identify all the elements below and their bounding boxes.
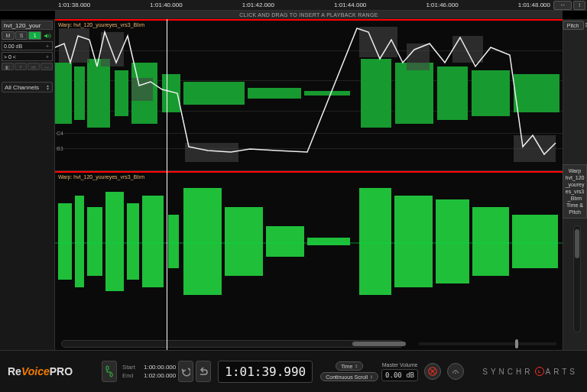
svg-rect-11 bbox=[437, 66, 468, 120]
svg-rect-36 bbox=[472, 207, 509, 276]
pitch-stepper[interactable]: ▲▼ bbox=[585, 21, 587, 28]
svg-rect-1 bbox=[74, 66, 85, 120]
svg-rect-6 bbox=[183, 82, 245, 105]
pitch-lane[interactable]: Warp: hvt_120_youreyes_vrs3_Bbm C4 B3 bbox=[55, 19, 563, 171]
process-clip: hvt_120_youreyes_vrs3_Bbm bbox=[565, 174, 585, 202]
svg-rect-22 bbox=[58, 203, 72, 280]
svg-rect-23 bbox=[75, 196, 84, 287]
record-arm-button[interactable]: 1 bbox=[28, 31, 41, 40]
zoom-slider[interactable] bbox=[419, 342, 556, 345]
svg-rect-7 bbox=[248, 88, 301, 99]
speaker-icon[interactable] bbox=[42, 31, 53, 40]
company-logo: SYNCHRARTS bbox=[482, 367, 578, 376]
playback-range-hint[interactable]: CLICK AND DRAG TO INSERT A PLAYBACK RANG… bbox=[55, 11, 563, 19]
pan-field[interactable]: > 0 <+ bbox=[2, 52, 53, 61]
svg-rect-37 bbox=[512, 215, 558, 268]
svg-rect-30 bbox=[225, 207, 263, 276]
pitch-mode-button[interactable]: Pitch bbox=[563, 21, 584, 30]
channel-selector[interactable]: All Channels ▲▼ bbox=[2, 82, 53, 92]
clip-label: Warp: hvt_120_youreyes_vrs3_Bbm bbox=[58, 22, 144, 28]
link-vertical-button[interactable]: ↕ bbox=[573, 1, 585, 10]
mute-button[interactable]: M bbox=[2, 31, 15, 40]
timeline-ruler[interactable]: 1:01:38.000 1:01:40.000 1:01:42.000 1:01… bbox=[55, 2, 553, 8]
svg-rect-32 bbox=[307, 238, 350, 245]
playback-range-label: CLICK AND DRAG TO INSERT A PLAYBACK RANG… bbox=[239, 12, 378, 18]
svg-rect-2 bbox=[87, 59, 110, 128]
link-horizontal-button[interactable]: ↔ bbox=[553, 1, 572, 10]
timecode-tick: 1:01:38.000 bbox=[58, 2, 90, 8]
waveform-lane[interactable]: Warp: hvt_120_youreyes_vrs3_Bbm bbox=[55, 171, 563, 317]
loop-range-button[interactable] bbox=[102, 361, 117, 382]
svg-rect-15 bbox=[101, 32, 124, 66]
gain-field[interactable]: 0.00 dB+ bbox=[2, 41, 53, 50]
horizontal-scrollbar[interactable] bbox=[61, 340, 404, 348]
svg-rect-28 bbox=[168, 215, 179, 268]
vertical-scrollbar[interactable] bbox=[573, 225, 581, 332]
pitch-waveform bbox=[55, 21, 563, 170]
time-mode-selector[interactable]: Time▲▼ bbox=[336, 361, 363, 371]
svg-rect-40 bbox=[110, 373, 112, 377]
horizontal-scroll-row bbox=[61, 340, 556, 348]
track-header: hvt_120_your M S 1 0.00 dB+ > 0 <+ ◧ ♪ ▭… bbox=[0, 19, 55, 350]
app-logo: ReVoicePRO bbox=[0, 365, 96, 377]
master-volume-display[interactable]: 0.00 dB bbox=[381, 369, 418, 381]
clip-label: Warp: hvt_120_youreyes_vrs3_Bbm bbox=[58, 174, 144, 180]
svg-rect-39 bbox=[106, 366, 109, 370]
track-tool-c[interactable]: ▭ bbox=[28, 63, 40, 70]
svg-rect-27 bbox=[142, 196, 164, 287]
timecode-tick: 1:01:46.000 bbox=[426, 2, 458, 8]
svg-rect-33 bbox=[359, 188, 391, 295]
horizontal-scroll-thumb[interactable] bbox=[352, 342, 406, 346]
timecode-tick: 1:01:48.000 bbox=[518, 2, 550, 8]
svg-rect-9 bbox=[361, 59, 391, 128]
svg-rect-13 bbox=[514, 74, 559, 112]
audio-waveform bbox=[55, 173, 563, 314]
track-tool-d[interactable]: ⋯ bbox=[41, 63, 53, 70]
svg-rect-26 bbox=[127, 203, 139, 280]
svg-rect-20 bbox=[452, 36, 483, 63]
right-rail: Pitch ▲▼ Warp hvt_120_youreyes_vrs3_Bbm … bbox=[563, 19, 587, 350]
playhead[interactable] bbox=[167, 19, 167, 350]
monitor-button[interactable] bbox=[424, 363, 441, 380]
svg-rect-10 bbox=[395, 63, 433, 124]
undo-button[interactable] bbox=[178, 361, 193, 382]
pan-value: > 0 < bbox=[4, 54, 16, 60]
track-tool-b[interactable]: ♪ bbox=[15, 63, 27, 70]
timeline-ruler-row: 1:01:38.000 1:01:40.000 1:01:42.000 1:01… bbox=[0, 0, 587, 11]
zoom-thumb[interactable] bbox=[515, 339, 518, 348]
timecode-tick: 1:01:42.000 bbox=[242, 2, 274, 8]
timecode-tick: 1:01:44.000 bbox=[334, 2, 366, 8]
track-tool-a[interactable]: ◧ bbox=[2, 63, 14, 70]
channel-selector-label: All Channels bbox=[5, 84, 39, 91]
svg-rect-12 bbox=[472, 70, 510, 116]
range-times: Start1:00:00.000 End1:02:00.000 bbox=[122, 363, 176, 380]
process-module: Time & Pitch bbox=[565, 202, 585, 215]
svg-rect-16 bbox=[131, 78, 153, 101]
svg-rect-0 bbox=[55, 63, 72, 124]
gain-value: 0.00 dB bbox=[4, 44, 22, 49]
track-name[interactable]: hvt_120_your bbox=[2, 21, 53, 30]
svg-rect-35 bbox=[436, 199, 469, 283]
vertical-scroll-thumb[interactable] bbox=[575, 229, 579, 258]
scroll-mode-selector[interactable]: Continuous Scroll▲▼ bbox=[320, 372, 378, 381]
svg-rect-34 bbox=[394, 196, 433, 287]
redo-button[interactable] bbox=[196, 361, 211, 382]
svg-point-42 bbox=[455, 373, 456, 374]
svg-rect-8 bbox=[304, 91, 350, 96]
svg-rect-14 bbox=[59, 28, 89, 63]
process-panel-tab[interactable]: Warp hvt_120_youreyes_vrs3_Bbm Time & Pi… bbox=[563, 164, 587, 219]
logo-ring-icon bbox=[535, 367, 544, 376]
process-title: Warp bbox=[565, 167, 585, 174]
svg-rect-25 bbox=[105, 192, 124, 291]
position-display[interactable]: 1:01:39.990 bbox=[218, 361, 313, 383]
svg-rect-3 bbox=[115, 70, 128, 116]
settings-button[interactable] bbox=[447, 363, 464, 380]
svg-rect-31 bbox=[266, 226, 304, 257]
arrangement-area[interactable]: Warp: hvt_120_youreyes_vrs3_Bbm C4 B3 bbox=[55, 19, 563, 350]
transport-bar: ReVoicePRO Start1:00:00.000 End1:02:00.0… bbox=[0, 350, 587, 392]
solo-button[interactable]: S bbox=[15, 31, 28, 40]
svg-rect-24 bbox=[87, 207, 102, 276]
master-volume-label: Master Volume bbox=[382, 362, 418, 368]
app-window: 1:01:38.000 1:01:40.000 1:01:42.000 1:01… bbox=[0, 0, 587, 392]
timecode-tick: 1:01:40.000 bbox=[150, 2, 182, 8]
